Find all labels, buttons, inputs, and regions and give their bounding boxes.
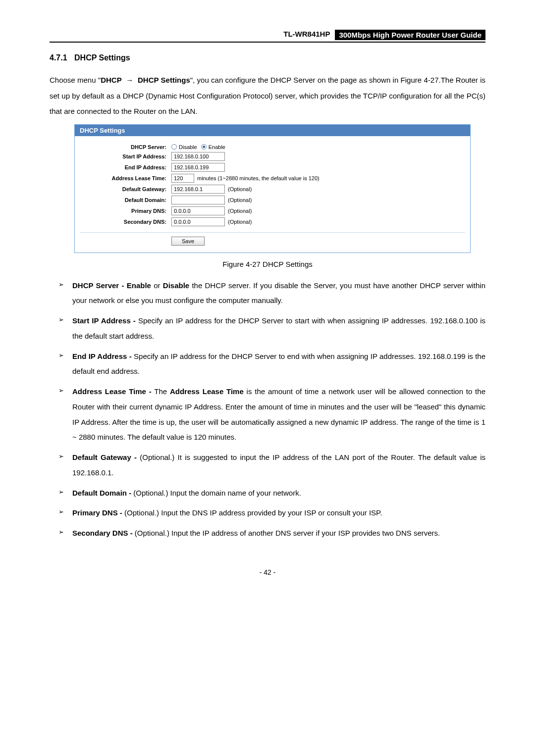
label-domain: Default Domain: (80, 197, 171, 203)
text-bold: Primary DNS - (72, 508, 122, 517)
panel-title: DHCP Settings (75, 125, 470, 136)
note-pdns: (Optional) (228, 208, 252, 214)
intro-paragraph: Choose menu "DHCP → DHCP Settings", you … (50, 72, 485, 119)
text: or (151, 281, 163, 290)
text-bold: DHCP (101, 76, 122, 84)
note-sdns: (Optional) (228, 219, 252, 225)
radio-disable[interactable]: Disable (171, 144, 197, 150)
save-button[interactable]: Save (171, 237, 205, 246)
radio-icon (171, 144, 177, 150)
input-gateway[interactable] (171, 185, 225, 194)
list-item: End IP Address - Specify an IP address f… (58, 349, 485, 380)
label-start-ip: Start IP Address: (80, 153, 171, 159)
input-domain[interactable] (171, 196, 225, 204)
note-lease: minutes (1~2880 minutes, the default val… (197, 175, 320, 181)
text: (Optional.) Input the domain name of you… (131, 489, 301, 497)
text-bold: Address Lease Time (170, 387, 244, 396)
input-pdns[interactable] (171, 206, 225, 215)
list-item: Default Domain - (Optional.) Input the d… (58, 486, 485, 501)
text: The (152, 387, 170, 396)
text-bold: Disable (163, 281, 189, 290)
list-item: DHCP Server - Enable or Disable the DHCP… (58, 278, 485, 309)
description-list: DHCP Server - Enable or Disable the DHCP… (50, 278, 485, 541)
input-lease[interactable] (171, 174, 194, 183)
text: Choose menu " (50, 76, 101, 84)
label-lease: Address Lease Time: (80, 175, 171, 181)
dhcp-settings-panel: DHCP Settings DHCP Server: Disable Enabl… (74, 124, 471, 253)
text-bold: End IP Address - (72, 352, 132, 360)
label-dhcp-server: DHCP Server: (80, 144, 171, 150)
label-end-ip: End IP Address: (80, 164, 171, 170)
note-domain: (Optional) (228, 197, 252, 203)
list-item: Default Gateway - (Optional.) It is sugg… (58, 450, 485, 481)
radio-enable[interactable]: Enable (201, 144, 225, 150)
list-item: Address Lease Time - The Address Lease T… (58, 384, 485, 445)
section-title: DHCP Settings (74, 53, 130, 62)
radio-icon (201, 144, 207, 150)
text: Specify an IP address for the DHCP Serve… (72, 352, 485, 376)
list-item: Secondary DNS - (Optional.) Input the IP… (58, 526, 485, 541)
page-header: TL-WR841HP 300Mbps High Power Router Use… (50, 30, 485, 43)
text-bold: DHCP Server - Enable (72, 281, 151, 290)
text-bold: Start IP Address - (72, 316, 136, 325)
section-heading: 4.7.1 DHCP Settings (50, 53, 485, 62)
header-model: TL-WR841HP (283, 30, 335, 40)
note-gateway: (Optional) (228, 186, 252, 192)
input-end-ip[interactable] (171, 163, 225, 172)
label-gateway: Default Gateway: (80, 186, 171, 192)
radio-label: Disable (179, 144, 197, 150)
figure-caption: Figure 4-27 DHCP Settings (50, 260, 485, 268)
text-bold: Default Gateway - (72, 453, 137, 461)
text-bold: Secondary DNS - (72, 529, 133, 537)
label-sdns: Secondary DNS: (80, 219, 171, 225)
input-start-ip[interactable] (171, 152, 225, 161)
header-title: 300Mbps High Power Router User Guide (335, 30, 485, 40)
input-sdns[interactable] (171, 217, 225, 226)
divider (80, 232, 465, 233)
text-bold: Address Lease Time - (72, 387, 152, 396)
text: (Optional.) Input the DNS IP address pro… (122, 508, 382, 517)
section-number: 4.7.1 (50, 53, 67, 62)
text-bold: Default Domain - (72, 489, 131, 497)
label-pdns: Primary DNS: (80, 208, 171, 214)
page-number: - 42 - (50, 568, 485, 576)
list-item: Primary DNS - (Optional.) Input the DNS … (58, 505, 485, 521)
radio-label: Enable (209, 144, 225, 150)
text: (Optional.) Input the IP address of anot… (133, 529, 440, 537)
list-item: Start IP Address - Specify an IP address… (58, 313, 485, 344)
text-bold: DHCP Settings (138, 76, 190, 84)
